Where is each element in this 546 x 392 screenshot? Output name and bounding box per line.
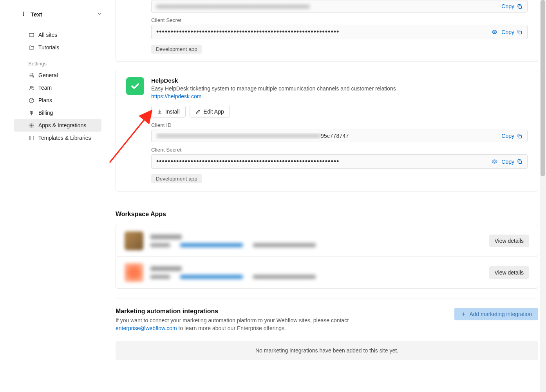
copy-button[interactable]: Copy [501,133,522,139]
sidebar-item-general[interactable]: General [14,69,101,81]
client-secret-value: ••••••••••••••••••••••••••••••••••••••••… [156,157,492,166]
copy-label: Copy [501,159,514,165]
copy-label: Copy [501,133,514,139]
svg-point-9 [33,123,34,125]
copy-button[interactable]: Copy [501,3,522,9]
sidebar-item-label: Team [38,85,52,91]
svg-rect-0 [29,33,33,37]
marketing-header: Marketing automation integrations If you… [116,308,538,332]
copy-icon [517,4,522,9]
svg-point-18 [494,31,495,33]
plus-icon [461,311,466,317]
marketing-title: Marketing automation integrations [116,308,448,315]
copy-icon [517,159,522,164]
client-id-label: Client ID [151,122,528,128]
eye-icon [492,159,497,164]
sidebar-item-label: Billing [38,110,53,116]
app-description: Easy HelpDesk ticketing system to manage… [151,85,528,92]
app-title: HelpDesk [151,77,528,84]
divider [116,298,538,298]
svg-point-4 [30,86,31,88]
workspace-app-icon [125,263,143,282]
workspace-app-row: View details [116,257,538,289]
client-secret-field: ••••••••••••••••••••••••••••••••••••••••… [151,25,528,39]
app-tag: Development app [151,174,202,183]
folder-icon [28,45,34,51]
sidebar-item-label: Apps & Integrations [38,122,86,128]
svg-point-1 [32,73,33,74]
sidebar-item-team[interactable]: Team [14,81,101,94]
layout-icon [28,135,34,141]
workspace-apps-heading: Workspace Apps [116,211,538,218]
sidebar-section-settings: Settings [14,54,101,69]
scrollbar-thumb[interactable] [541,0,545,176]
svg-point-12 [33,125,34,126]
edit-label: Edit App [204,108,224,115]
sidebar-item-label: Tutorials [38,44,59,51]
pencil-icon [195,109,201,114]
copy-label: Copy [501,3,514,9]
sidebar: Text All sites Tutorials Settings Genera… [0,0,116,392]
copy-button[interactable]: Copy [501,29,522,35]
chevron-down-icon [97,11,102,18]
edit-app-button[interactable]: Edit App [190,106,230,117]
copy-button[interactable]: Copy [501,159,522,165]
svg-point-3 [33,76,34,78]
workspace-app-icon [125,231,143,250]
workspace-selector[interactable]: Text [6,8,109,22]
svg-rect-19 [519,31,522,34]
view-details-button[interactable]: View details [489,235,529,247]
enterprise-email-link[interactable]: enterprise@webflow.com [116,325,177,331]
svg-point-5 [32,87,33,88]
add-marketing-integration-button[interactable]: Add marketing integration [454,308,538,320]
text-cursor-icon [21,11,26,18]
client-id-field: xxxxxxxxxxxxxxxxxxxxxxxxxxxxxxxxxxxxxxxx… [151,0,528,13]
scrollbar-track[interactable] [540,0,546,392]
workspace-app-info [150,235,482,247]
sidebar-item-tutorials[interactable]: Tutorials [14,41,101,54]
view-details-button[interactable]: View details [489,266,529,279]
sliders-icon [28,72,34,78]
svg-point-13 [29,126,31,128]
reveal-button[interactable] [492,29,497,35]
workspace-app-info [150,266,482,279]
svg-point-15 [33,126,34,128]
svg-point-11 [31,125,32,126]
install-button[interactable]: Install [151,106,186,117]
marketing-description: If you want to connect your marketing au… [116,316,448,332]
dollar-icon [28,110,34,116]
sidebar-item-plans[interactable]: Plans [14,94,101,107]
sidebar-item-apps-integrations[interactable]: Apps & Integrations [14,119,101,132]
grid-icon [28,32,34,38]
reveal-button[interactable] [492,159,497,164]
sidebar-item-templates[interactable]: Templates & Libraries [14,132,101,144]
app-card-helpdesk: HelpDesk Easy HelpDesk ticketing system … [116,70,538,191]
svg-rect-17 [519,5,522,8]
svg-point-22 [494,161,495,163]
marketing-empty-state: No marketing integrations have been adde… [116,341,538,360]
client-id-value: xxxxxxxxxxxxxxxxxxxxxxxxxxxxxxxxxxxxxxxx… [156,3,497,9]
gauge-icon [28,98,34,103]
svg-point-10 [29,125,31,126]
sidebar-item-billing[interactable]: Billing [14,107,101,119]
client-secret-value: ••••••••••••••••••••••••••••••••••••••••… [156,28,492,36]
copy-icon [517,29,522,35]
workspace-app-row: View details [116,225,538,257]
app-link[interactable]: https://helpdesk.com [151,93,201,99]
client-secret-label: Client Secret [151,147,528,153]
apps-icon [28,123,34,128]
download-icon [157,109,163,114]
users-icon [28,85,34,91]
add-marketing-label: Add marketing integration [469,311,532,317]
sidebar-item-label: General [38,72,58,78]
client-id-field: 95c778747 Copy [151,130,528,142]
client-secret-field: ••••••••••••••••••••••••••••••••••••••••… [151,154,528,169]
client-id-value: 95c778747 [156,133,497,139]
client-secret-label: Client Secret [151,17,528,23]
workspace-name: Text [31,11,42,18]
sidebar-item-label: Templates & Libraries [38,135,91,141]
svg-point-8 [31,123,32,125]
svg-point-14 [31,126,32,128]
divider [116,201,538,201]
sidebar-item-all-sites[interactable]: All sites [14,29,101,41]
